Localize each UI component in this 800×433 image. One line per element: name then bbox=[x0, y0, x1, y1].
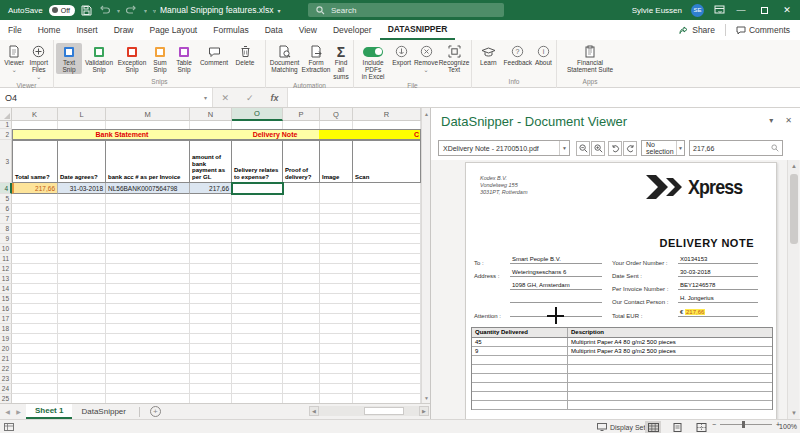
viewer-button[interactable]: Viewer ⌄ bbox=[2, 43, 27, 74]
autosave-toggle[interactable]: Off bbox=[49, 5, 75, 16]
page-layout-view-button[interactable] bbox=[669, 421, 685, 433]
user-name[interactable]: Sylvie Eussen bbox=[632, 6, 682, 15]
column-header-p[interactable]: P bbox=[283, 108, 320, 121]
row-header-25[interactable]: 25 bbox=[0, 394, 12, 403]
tab-file[interactable]: File bbox=[0, 20, 30, 40]
column-header-k[interactable]: K bbox=[12, 108, 58, 121]
row-header-14[interactable]: 14 bbox=[0, 284, 12, 294]
header-scan[interactable]: Scan bbox=[353, 140, 421, 183]
row-header-7[interactable]: 7 bbox=[0, 214, 12, 224]
row-header-20[interactable]: 20 bbox=[0, 344, 12, 354]
remove-button[interactable]: Remove ⌄ bbox=[413, 43, 439, 74]
text-snip-button[interactable]: Text Snip bbox=[56, 43, 82, 74]
find-all-sums-button[interactable]: Σ Find all sums bbox=[331, 43, 351, 81]
close-button[interactable]: ✕ bbox=[780, 0, 794, 20]
tab-datasnipper[interactable]: DATASNIPPER bbox=[380, 20, 456, 40]
sheet-tab-datasnipper[interactable]: DataSnipper bbox=[72, 404, 134, 419]
quick-access-caret-icon[interactable]: ▿ bbox=[153, 7, 156, 14]
row-header-6[interactable]: 6 bbox=[0, 204, 12, 214]
viewer-scroll-down-icon[interactable]: ▼ bbox=[788, 407, 800, 419]
row-header-8[interactable]: 8 bbox=[0, 224, 12, 234]
viewer-scroll-up-icon[interactable]: ▲ bbox=[788, 160, 800, 172]
page-break-view-button[interactable] bbox=[693, 421, 709, 433]
sheet-tab-sheet1[interactable]: Sheet 1 bbox=[26, 404, 72, 419]
banner-extra[interactable]: C bbox=[319, 129, 421, 140]
row-header-12[interactable]: 12 bbox=[0, 264, 12, 274]
viewer-vertical-scrollbar[interactable]: ▲ ▼ bbox=[787, 160, 799, 419]
enter-formula-icon[interactable]: ✓ bbox=[246, 93, 254, 103]
header-bank-acc[interactable]: bank acc # as per Invoice bbox=[106, 140, 190, 183]
sheet-vertical-scrollbar[interactable]: ▲ ▼ bbox=[421, 108, 430, 403]
name-box-caret-icon[interactable]: ▾ bbox=[204, 94, 212, 101]
row-header-13[interactable]: 13 bbox=[0, 274, 12, 284]
viewer-scroll-thumb[interactable] bbox=[790, 174, 798, 244]
row-header-4[interactable]: 4 bbox=[0, 183, 12, 194]
comments-button[interactable]: Comments bbox=[730, 25, 796, 35]
row-headers[interactable]: 1234567891011121314151617181920212223242… bbox=[0, 121, 12, 403]
delete-button[interactable]: Delete bbox=[232, 43, 258, 67]
banner-delivery-note[interactable]: Delivery Note bbox=[231, 129, 320, 140]
comment-button[interactable]: Comment bbox=[196, 43, 232, 67]
rotate-left-button[interactable] bbox=[608, 141, 622, 156]
cell-l4[interactable]: 31-03-2018 bbox=[58, 183, 106, 194]
zoom-out-button[interactable] bbox=[576, 141, 590, 156]
row-header-3[interactable]: 3 bbox=[0, 140, 12, 183]
selected-cell-o4[interactable] bbox=[231, 182, 284, 195]
tab-view[interactable]: View bbox=[291, 20, 325, 40]
undo-caret-icon[interactable]: ▾ bbox=[117, 7, 120, 14]
cell-n4[interactable]: 217,66 bbox=[190, 183, 232, 194]
column-header-l[interactable]: L bbox=[58, 108, 106, 121]
row-header-5[interactable]: 5 bbox=[0, 194, 12, 204]
tab-formulas[interactable]: Formulas bbox=[205, 20, 256, 40]
column-header-m[interactable]: M bbox=[106, 108, 190, 121]
rotate-right-button[interactable] bbox=[623, 141, 637, 156]
row-header-24[interactable]: 24 bbox=[0, 384, 12, 394]
row-header-1[interactable]: 1 bbox=[0, 121, 12, 129]
row-header-16[interactable]: 16 bbox=[0, 304, 12, 314]
avatar[interactable]: SE bbox=[691, 4, 704, 17]
row-header-9[interactable]: 9 bbox=[0, 234, 12, 244]
row-header-21[interactable]: 21 bbox=[0, 354, 12, 364]
tab-page-layout[interactable]: Page Layout bbox=[142, 20, 206, 40]
redo-caret-icon[interactable]: ▾ bbox=[144, 7, 147, 14]
selection-dropdown[interactable]: No selection ▼ bbox=[641, 140, 685, 156]
grid[interactable]: K L M N O P Q R 123456789101112131415161… bbox=[0, 108, 421, 403]
import-files-button[interactable]: Import Files ⌄ bbox=[27, 43, 52, 81]
row-header-2[interactable]: 2 bbox=[0, 129, 12, 140]
pdf-page[interactable]: Kodex B.V. Vondelweg 155 3031PT, Rotterd… bbox=[465, 162, 777, 419]
zoom-in-button[interactable] bbox=[591, 141, 605, 156]
column-header-n[interactable]: N bbox=[190, 108, 232, 121]
header-total-same[interactable]: Total same? bbox=[12, 140, 58, 183]
save-icon[interactable] bbox=[81, 4, 93, 16]
normal-view-button[interactable] bbox=[645, 421, 661, 433]
financial-statement-suite-button[interactable]: Financial Statement Suite bbox=[561, 43, 619, 74]
tab-data[interactable]: Data bbox=[257, 20, 291, 40]
hscroll-left-icon[interactable]: ◀ bbox=[309, 406, 319, 416]
tab-home[interactable]: Home bbox=[30, 20, 69, 40]
panel-collapse-icon[interactable]: ▾ bbox=[769, 116, 773, 125]
undo-icon[interactable] bbox=[99, 4, 111, 16]
row-header-23[interactable]: 23 bbox=[0, 374, 12, 384]
total-highlight[interactable]: 217,66 bbox=[685, 309, 705, 315]
include-pdfs-toggle[interactable]: Include PDFs in Excel bbox=[356, 43, 390, 81]
zoom-slider[interactable] bbox=[720, 424, 772, 425]
restore-button[interactable] bbox=[757, 0, 771, 20]
document-title[interactable]: Manual Snipping features.xlsx▾ bbox=[160, 0, 280, 20]
zoom-level[interactable]: 100% bbox=[779, 423, 797, 430]
learn-button[interactable]: Learn bbox=[474, 43, 503, 67]
row-header-19[interactable]: 19 bbox=[0, 334, 12, 344]
cell-k4[interactable]: 217,66 bbox=[12, 183, 58, 194]
column-header-o[interactable]: O bbox=[232, 108, 283, 121]
select-all-corner[interactable] bbox=[0, 108, 12, 121]
row-header-18[interactable]: 18 bbox=[0, 324, 12, 334]
search-box[interactable]: Search bbox=[308, 3, 504, 17]
zoom-slider-thumb[interactable] bbox=[742, 421, 745, 428]
panel-close-icon[interactable]: ✕ bbox=[785, 116, 792, 125]
panel-search-input[interactable]: 217,66 bbox=[689, 140, 783, 156]
sheet-horizontal-scrollbar[interactable]: ◀ ▶ bbox=[309, 406, 429, 416]
document-dropdown[interactable]: XDelivery Note - 21700510.pdf ▼ bbox=[438, 140, 570, 156]
sheet-nav-left-icon[interactable]: ◀ bbox=[5, 408, 10, 415]
feedback-button[interactable]: ? Feedback bbox=[503, 43, 533, 67]
sheet-nav-right-icon[interactable]: ▶ bbox=[16, 408, 21, 415]
document-viewer[interactable]: Kodex B.V. Vondelweg 155 3031PT, Rotterd… bbox=[431, 160, 800, 419]
